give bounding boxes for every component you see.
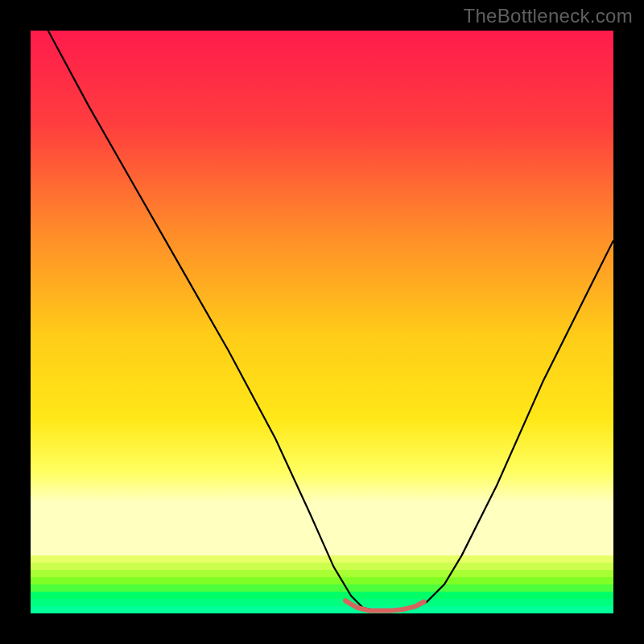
bottom-stripes — [31, 555, 613, 613]
svg-rect-1 — [31, 563, 613, 571]
plot-area — [31, 31, 613, 613]
chart-frame: TheBottleneck.com — [0, 0, 644, 644]
svg-rect-3 — [31, 577, 613, 585]
svg-rect-4 — [31, 584, 613, 592]
svg-rect-6 — [31, 599, 613, 607]
svg-rect-0 — [31, 555, 613, 564]
svg-rect-7 — [31, 606, 613, 613]
svg-rect-5 — [31, 592, 613, 600]
gradient-background — [31, 31, 613, 555]
watermark-text: TheBottleneck.com — [463, 5, 633, 27]
svg-rect-2 — [31, 570, 613, 578]
chart-svg — [31, 31, 613, 613]
